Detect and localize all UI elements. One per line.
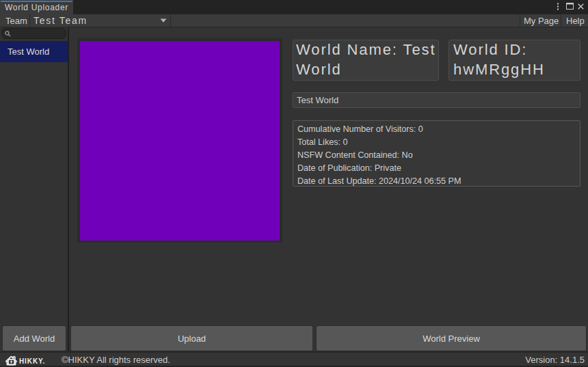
svg-text:HIKKY.: HIKKY. — [19, 357, 45, 365]
